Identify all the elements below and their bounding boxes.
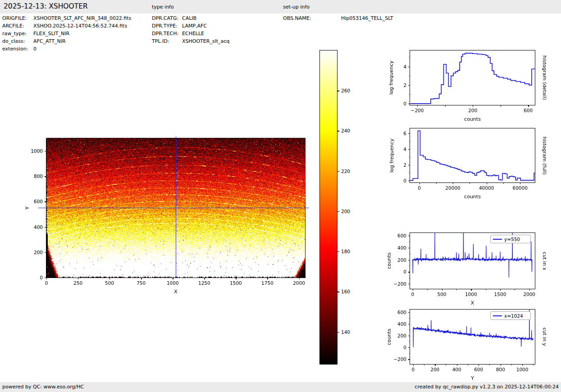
cut_in_x-legend-line (493, 239, 502, 240)
cut_in_x-ytick (408, 248, 410, 248)
cut_in_y-ytick-minor (409, 353, 410, 354)
cut_in_x-ytick-minor (409, 254, 410, 254)
detector-xtick-label: 750 (128, 280, 155, 286)
cut_in_x-ytick (408, 236, 410, 236)
detector-xtick-label: 0 (33, 280, 60, 286)
footer-powered-by: powered by QC: www.eso.org/HC (2, 384, 84, 390)
histogram_full-right-label: histogram (full) (541, 128, 547, 182)
histogram_detail-xtick (417, 105, 418, 107)
histogram_detail-ytick-label: 0 (384, 101, 406, 106)
section-label-setup-info: set-up info (283, 4, 310, 10)
detector-xtick (46, 278, 47, 279)
cut_in_x-xtick (413, 289, 413, 291)
cut_in_x-ytick-minor (409, 242, 410, 242)
cut_in_x-ytick (408, 260, 410, 260)
detector-xtick-label: 250 (64, 280, 91, 286)
histogram_full-ytick-minor (409, 173, 410, 173)
type-info-value-3: XSHOOTER_slt_acq (182, 38, 229, 44)
histogram_full-ytick (408, 149, 410, 150)
detector-ytick (45, 151, 47, 151)
file-info-label-1: ARCFILE: (2, 23, 24, 29)
colorbar-tick-label: 260 (341, 88, 359, 93)
colorbar-tick-label: 220 (341, 169, 359, 174)
histogram_full-xtick (487, 182, 487, 184)
colorbar-tick-label: 160 (341, 289, 359, 294)
cut_in_x-legend-label: y=550 (504, 237, 520, 242)
cut_in_x-xtick-label: 1500 (487, 292, 514, 297)
section-label-type-info: type info (152, 4, 174, 10)
cut_in_x-xtick (529, 289, 530, 291)
histogram_full-ylabel: log frequency (388, 128, 395, 182)
histogram_full-ytick (408, 181, 410, 181)
cut_in_x-xtick-label: 2000 (516, 292, 543, 297)
cut_in_x-ytick-minor (409, 266, 410, 266)
histogram_full-xtick-minor (470, 182, 470, 184)
type-info-value-2: ECHELLE (182, 31, 204, 36)
detector-xtick-label: 2000 (286, 280, 313, 286)
cut_in_x-xlabel: X (410, 300, 535, 306)
cut_in_x-xtick-minor (486, 289, 486, 290)
histogram_full-ytick-label: 6 (384, 131, 406, 136)
type-info-label-0: DPR.CATG: (152, 15, 178, 21)
histogram_detail-xtick (473, 105, 473, 107)
histogram_detail-ytick-minor (409, 94, 410, 95)
histogram_detail-xtick-label: −200 (404, 108, 431, 113)
histogram_full-xtick (420, 182, 420, 184)
cut_in_y-ytick (408, 312, 410, 313)
cut_in_y-xtick (522, 364, 523, 366)
histogram_detail-ytick-minor (409, 57, 410, 58)
file-info-label-2: raw_type: (2, 31, 27, 36)
histogram_detail-ytick (408, 85, 410, 86)
setup-info-value-0: Hip053146_TELL_SLT (341, 15, 393, 21)
cut_in_y-ytick (408, 324, 410, 324)
cut_in_y-xtick (435, 364, 435, 366)
colorbar-border (319, 50, 338, 365)
detector-xtick (236, 278, 236, 279)
histogram_detail-ytick (408, 67, 410, 67)
setup-info-label-0: OBS.NAME: (283, 15, 311, 21)
cut_in_x-ytick-minor (409, 278, 410, 278)
cut_in_y-xlabel: Y (410, 375, 535, 381)
cut_in_y-xtick-minor (424, 364, 424, 365)
cut_in_x-legend: y=550 (490, 235, 531, 243)
detector-ylabel: Y (24, 138, 31, 278)
cut_in_y-ytick-minor (409, 330, 410, 330)
cut_in_x-xtick-label: 0 (399, 292, 426, 297)
colorbar-tick-label: 180 (341, 249, 359, 254)
detector-xtick (109, 278, 110, 279)
file-info-value-4: 0 (33, 46, 36, 52)
cut_in_x-ytick (408, 284, 410, 284)
detector-xtick-label: 500 (96, 280, 123, 286)
histogram_full-ytick-label: 2 (384, 162, 406, 168)
detector-ytick-label: 200 (20, 250, 43, 255)
detector-xlabel: X (46, 289, 305, 295)
crosshair-horizontal-line (38, 208, 309, 208)
footer-bar: powered by QC: www.eso.org/HC created by… (0, 382, 561, 392)
histogram_full-xtick-label: 0 (406, 185, 433, 191)
histogram_detail-xtick-label: 600 (515, 108, 542, 113)
histogram_detail-ytick-label: 4 (384, 64, 406, 69)
histogram_detail-xlabel: counts (410, 116, 535, 122)
histogram_full-xtick-label: 40000 (473, 185, 500, 191)
histogram_detail-ylabel: log frequency (388, 50, 395, 105)
histogram_detail-xtick (445, 105, 446, 107)
histogram_full-xtick-label: 60000 (506, 185, 534, 191)
cut_in_y-xtick (457, 364, 457, 366)
cut_in_y-xtick-minor (511, 364, 512, 365)
cut_in_y-xtick-minor (489, 364, 490, 365)
histogram_full-ytick (408, 133, 410, 134)
cut_in_y-ytick (408, 336, 410, 336)
cut_in_x-xtick-label: 1000 (457, 292, 484, 297)
colorbar-tick-label: 200 (341, 209, 359, 214)
histogram_detail-right-label: histogram (detail) (541, 50, 547, 105)
cut_in_x-xtick (442, 289, 442, 291)
cut_in_y-legend-label: x=1024 (504, 313, 523, 319)
detector-xtick-label: 1750 (254, 280, 281, 286)
histogram_detail-ytick-minor (409, 76, 410, 76)
colorbar-tick-label: 140 (341, 329, 359, 335)
cut_in_y-ytick-minor (409, 318, 410, 319)
detector-xtick-label: 1500 (222, 280, 249, 286)
cut_in_y-xtick (413, 364, 414, 366)
cut_in_y-ytick (408, 347, 410, 348)
histogram_full-ytick-label: 0 (384, 178, 406, 183)
